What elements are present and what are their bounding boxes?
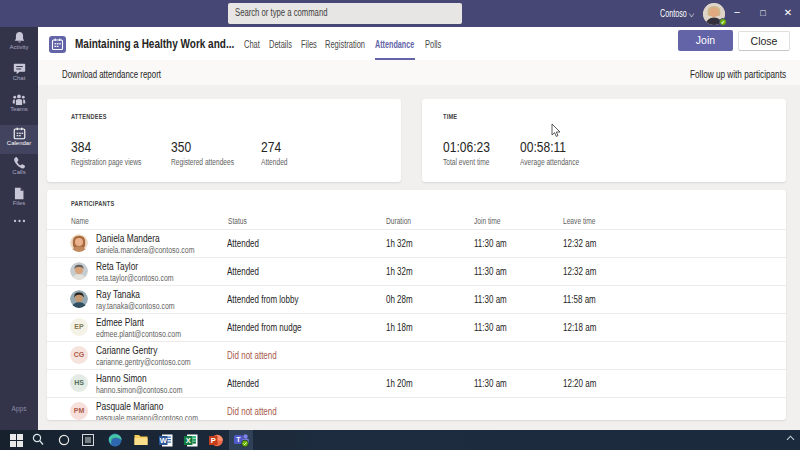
- svg-text:X: X: [186, 436, 191, 445]
- svg-text:W: W: [160, 436, 168, 445]
- svg-text:T: T: [236, 436, 241, 443]
- svg-text:P: P: [211, 436, 216, 445]
